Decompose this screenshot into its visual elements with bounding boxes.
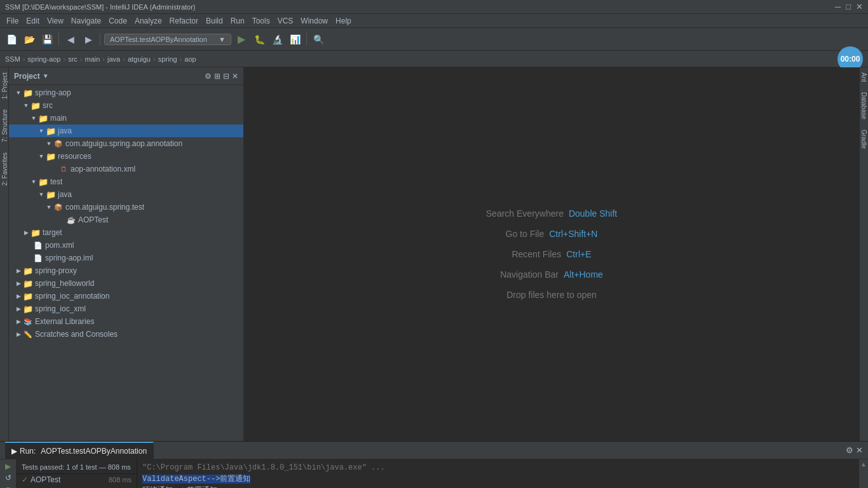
- menu-item-tools[interactable]: Tools: [248, 14, 274, 28]
- tree-item-java-test[interactable]: ▼ 📁 java: [9, 188, 243, 201]
- close-button[interactable]: ✕: [856, 2, 863, 11]
- folder-icon-spring-aop: 📁: [23, 88, 33, 97]
- label-scratches: Scratches and Consoles: [35, 330, 118, 339]
- menu-item-analyze[interactable]: Analyze: [131, 14, 166, 28]
- nav-spring-label: spring: [158, 55, 177, 63]
- toolbar-separator-3: [306, 33, 307, 46]
- tree-item-pkg-annotation[interactable]: ▼ 📦 com.atguigu.spring.aop.annotation: [9, 137, 243, 150]
- label-main: main: [50, 114, 67, 123]
- menu-item-vcs[interactable]: VCS: [274, 14, 297, 28]
- bottom-panel: ▶ Run: AOPTest.testAOPByAnnotation ⚙ ✕ ▶…: [0, 441, 868, 488]
- tree-item-pom[interactable]: ▶ 📄 pom.xml: [9, 239, 243, 252]
- menu-item-run[interactable]: Run: [227, 14, 248, 28]
- right-tabs: Ant Database Gradle: [859, 67, 868, 441]
- tree-item-ioc-annotation[interactable]: ▶ 📁 spring_ioc_annotation: [9, 290, 243, 302]
- run-scrollbar[interactable]: ▲ ▼: [859, 459, 868, 488]
- nav-spring-aop[interactable]: spring-aop: [28, 55, 61, 63]
- tree-item-resources[interactable]: ▼ 📁 resources: [9, 150, 243, 163]
- menu-item-build[interactable]: Build: [202, 14, 227, 28]
- rerun-button[interactable]: ↺: [2, 473, 15, 482]
- hint-drop-text: Drop files here to open: [506, 290, 597, 300]
- tree-item-test[interactable]: ▼ 📁 test: [9, 175, 243, 188]
- menu-item-edit[interactable]: Edit: [22, 14, 43, 28]
- tree-item-spring-proxy[interactable]: ▶ 📁 spring-proxy: [9, 264, 243, 277]
- tab-project[interactable]: 1: Project: [0, 67, 8, 104]
- toolbar-separator-1: [58, 33, 59, 46]
- scroll-up-button[interactable]: ▲: [859, 459, 868, 469]
- arrow-java-test: ▼: [37, 191, 46, 198]
- label-spring-aop: spring-aop: [35, 88, 71, 97]
- open-button[interactable]: 📂: [22, 32, 37, 47]
- nav-spring[interactable]: spring: [158, 55, 177, 63]
- menu-item-window[interactable]: Window: [297, 14, 332, 28]
- profile-button[interactable]: 📊: [287, 32, 302, 47]
- tree-item-aop-xml[interactable]: ▶ 🗒 aop-annotation.xml: [9, 163, 243, 175]
- nav-main[interactable]: main: [85, 55, 100, 63]
- file-icon-iml: 📄: [33, 254, 43, 262]
- new-file-button[interactable]: 📄: [4, 32, 19, 47]
- tree-item-aoptest[interactable]: ▶ ☕ AOPTest: [9, 214, 243, 226]
- run-area: ▶ ↺ ■ ↕ ⏱ ↑ ↓ 📤 ⚙ Tests passed: 1 of 1 t…: [0, 459, 868, 488]
- nav-src-label: src: [68, 55, 78, 63]
- tab-run[interactable]: ▶ Run: AOPTest.testAOPByAnnotation: [5, 442, 154, 459]
- nav-java[interactable]: java: [107, 55, 120, 63]
- close-tab-icon[interactable]: ✕: [856, 445, 863, 455]
- label-aoptest: AOPTest: [78, 215, 108, 224]
- tab-structure[interactable]: 7: Structure: [0, 104, 8, 147]
- forward-button[interactable]: ▶: [81, 32, 96, 47]
- tree-item-java[interactable]: ▼ 📁 java: [9, 125, 243, 137]
- arrow-src: ▼: [22, 102, 31, 109]
- menu-item-navigate[interactable]: Navigate: [67, 14, 105, 28]
- run-button[interactable]: ▶: [234, 32, 249, 47]
- tree-item-helloworld[interactable]: ▶ 📁 spring_helloworld: [9, 277, 243, 290]
- menu-item-help[interactable]: Help: [332, 14, 355, 28]
- nav-src[interactable]: src: [68, 55, 78, 63]
- folder-icon-ioc-annotation: 📁: [23, 292, 33, 301]
- minimize-button[interactable]: ─: [835, 2, 841, 11]
- tree-item-main[interactable]: ▼ 📁 main: [9, 112, 243, 125]
- search-button[interactable]: 🔍: [311, 32, 326, 47]
- tab-ant[interactable]: Ant: [859, 67, 868, 87]
- close-sidebar-icon[interactable]: ✕: [232, 72, 238, 81]
- nav-sep-7: ›: [180, 55, 182, 63]
- file-icon-pom: 📄: [33, 241, 43, 250]
- sidebar: Project ▼ ⚙ ⊞ ⊟ ✕ ▼ 📁 spring-aop ▼ 📁: [9, 67, 244, 441]
- nav-ssm[interactable]: SSM: [5, 55, 20, 63]
- restore-button[interactable]: □: [846, 2, 851, 11]
- arrow-scratches: ▶: [14, 331, 23, 337]
- run-config-selector[interactable]: AOPTest.testAOPByAnnotation ▼: [104, 34, 231, 45]
- coverage-button[interactable]: 🔬: [269, 32, 285, 47]
- menu-item-refactor[interactable]: Refactor: [166, 14, 202, 28]
- tab-database[interactable]: Database: [859, 87, 868, 125]
- menu-item-code[interactable]: Code: [105, 14, 131, 28]
- run-again-button[interactable]: ▶: [2, 462, 15, 471]
- tree-item-target[interactable]: ▶ 📁 target: [9, 226, 243, 239]
- run-output: "C:\Program Files\Java\jdk1.8.0_151\bin\…: [137, 459, 859, 488]
- collapse-icon[interactable]: ⊟: [223, 72, 229, 81]
- output-line-1: "C:\Program Files\Java\jdk1.8.0_151\bin\…: [142, 462, 854, 473]
- run-tree-testa[interactable]: ✓ testA 808 ms: [17, 485, 137, 488]
- tree-item-ext-libs[interactable]: ▶ 📚 External Libraries: [9, 315, 243, 328]
- tab-gradle[interactable]: Gradle: [859, 125, 868, 154]
- nav-aop[interactable]: aop: [184, 55, 196, 63]
- tab-favorites[interactable]: 2: Favorites: [0, 147, 8, 191]
- tree-item-pkg-test[interactable]: ▼ 📦 com.atguigu.spring.test: [9, 201, 243, 214]
- tree-item-spring-aop[interactable]: ▼ 📁 spring-aop: [9, 86, 243, 99]
- menu-item-view[interactable]: View: [43, 14, 67, 28]
- settings-icon[interactable]: ⚙: [205, 72, 212, 81]
- expand-icon[interactable]: ⊞: [214, 72, 220, 81]
- stop-button[interactable]: ■: [2, 485, 15, 488]
- tree-item-ioc-xml[interactable]: ▶ 📁 spring_ioc_xml: [9, 302, 243, 315]
- nav-aop-label: aop: [184, 55, 196, 63]
- tree-item-iml[interactable]: ▶ 📄 spring-aop.iml: [9, 252, 243, 264]
- arrow-pkg-test: ▼: [44, 204, 53, 210]
- menu-item-file[interactable]: File: [3, 14, 22, 28]
- back-button[interactable]: ◀: [63, 32, 78, 47]
- save-button[interactable]: 💾: [39, 32, 55, 47]
- run-tree-aoptest[interactable]: ✓ AOPTest 808 ms: [17, 474, 137, 485]
- debug-button[interactable]: 🐛: [252, 32, 267, 47]
- tree-item-src[interactable]: ▼ 📁 src: [9, 99, 243, 112]
- nav-atguigu[interactable]: atguigu: [128, 55, 151, 63]
- tree-item-scratches[interactable]: ▶ ✏️ Scratches and Consoles: [9, 328, 243, 341]
- settings-tab-icon[interactable]: ⚙: [846, 445, 853, 455]
